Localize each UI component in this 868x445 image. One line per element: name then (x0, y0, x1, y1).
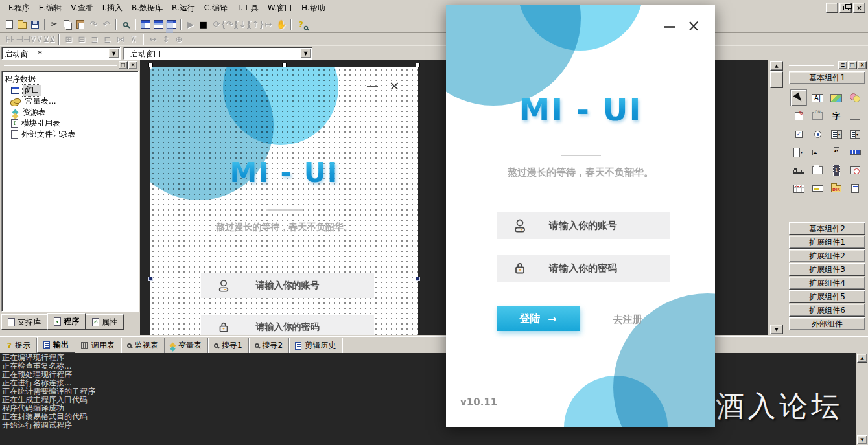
scroll-down-icon[interactable]: ▼ (857, 435, 867, 444)
tab-watch-table[interactable]: 监视表 (121, 338, 165, 353)
scroll-up-icon[interactable]: ▲ (770, 61, 783, 71)
checked-list-box-icon[interactable] (790, 144, 807, 161)
tab-search2[interactable]: 搜寻2 (249, 338, 290, 353)
run-icon[interactable]: ▶ (184, 19, 197, 30)
group-ext4-button[interactable]: 扩展组件4 (789, 277, 865, 290)
tab-hint[interactable]: ? 提示 (1, 338, 37, 353)
menu-database[interactable]: B.数据库 (127, 1, 167, 16)
form-designer-canvas[interactable]: × MI - UI 熬过漫长的等待，春天不负韶华。 请输入你的账号 请输入你的密… (150, 67, 418, 335)
group-ext3-button[interactable]: 扩展组件3 (789, 263, 865, 276)
menu-icon[interactable]: ≡ (838, 61, 847, 69)
button-icon[interactable] (847, 108, 863, 124)
group-box-icon[interactable] (809, 108, 826, 124)
cut-icon[interactable]: ✂ (48, 19, 61, 30)
same-height-icon[interactable]: ↕ (159, 34, 172, 45)
restore-icon[interactable] (839, 3, 852, 13)
group-basic2-button[interactable]: 基本组件2 (789, 222, 865, 235)
panel-titlebar[interactable]: ≡ □ × (786, 60, 868, 71)
align-center-h-icon[interactable]: ⊟ (75, 34, 88, 45)
radio-button-icon[interactable] (809, 126, 826, 143)
tree-item-window[interactable]: 窗口 (5, 85, 137, 96)
v-scrollbar-icon[interactable]: ▴▾ (828, 144, 845, 161)
stop-icon[interactable]: ■ (197, 19, 210, 30)
resize-handle[interactable] (282, 63, 287, 67)
menu-tools[interactable]: T.工具 (232, 1, 263, 16)
rich-edit-icon[interactable] (790, 108, 807, 124)
checkbox-icon[interactable]: ✓ (790, 126, 807, 143)
menu-help[interactable]: H.帮助 (297, 1, 330, 16)
tab-program[interactable]: ▾ 程序 (47, 313, 86, 330)
tree-item-resources[interactable]: 资源表 (5, 107, 137, 118)
view-code-icon[interactable] (119, 19, 132, 30)
maximize-icon[interactable]: □ (119, 61, 128, 69)
menu-insert[interactable]: I.插入 (98, 1, 127, 16)
scroll-thumb[interactable] (770, 71, 783, 88)
group-external-button[interactable]: 外部组件 (789, 317, 865, 330)
close-icon[interactable]: × (128, 61, 137, 69)
clock-icon[interactable] (847, 162, 863, 179)
tab-call-table[interactable]: 调用表 (75, 338, 121, 353)
window-layout-left-icon[interactable] (139, 19, 152, 30)
password-field[interactable]: 请输入你的密码 (497, 255, 670, 282)
member-selector-combo[interactable]: _启动窗口 ▼ (123, 47, 312, 60)
minimize-icon[interactable] (664, 26, 675, 28)
menu-program[interactable]: F.程序 (4, 1, 34, 16)
space-evenly-v-icon[interactable]: ⊼ (127, 34, 140, 45)
account-field[interactable]: 请输入你的账号 (497, 212, 670, 239)
minimize-icon[interactable] (367, 86, 378, 87)
tab-control-icon[interactable] (809, 162, 826, 179)
tree-item-modules[interactable]: ↧ 模块引用表 (5, 118, 137, 129)
window-layout-grid-icon[interactable] (165, 19, 178, 30)
redo-icon[interactable]: ↷ (87, 19, 100, 30)
tree-root[interactable]: 程序数据 (5, 74, 137, 85)
resize-handle[interactable] (416, 277, 420, 281)
menu-window[interactable]: W.窗口 (263, 1, 297, 16)
step-out-icon[interactable]: {↑} (249, 19, 262, 30)
h-scrollbar-icon[interactable]: ◂▸ (809, 144, 826, 161)
menu-view[interactable]: V.查看 (66, 1, 97, 16)
chevron-down-icon[interactable]: ▼ (108, 48, 119, 58)
password-field[interactable]: 请输入你的密码 (201, 315, 374, 335)
new-icon[interactable] (3, 19, 16, 30)
add-left-icon[interactable]: ⊦⊦ (4, 34, 17, 45)
progress-bar-icon[interactable] (847, 144, 863, 161)
window-selector-combo[interactable]: 启动窗口 * ▼ (1, 47, 121, 60)
edit-box-icon[interactable] (809, 180, 826, 197)
image-box-icon[interactable] (847, 89, 863, 106)
document-icon[interactable] (847, 180, 863, 197)
close-icon[interactable]: × (687, 18, 700, 34)
chevron-down-icon[interactable]: ▼ (300, 48, 311, 58)
register-link[interactable]: 去注册 (598, 314, 657, 326)
resize-handle[interactable] (148, 63, 153, 67)
month-calendar-icon[interactable] (790, 180, 807, 197)
tree-item-external-files[interactable]: 外部文件记录表 (5, 129, 137, 140)
save-icon[interactable] (29, 19, 41, 30)
list-box-icon[interactable] (847, 126, 863, 143)
align-bottom-icon[interactable]: ⊑ (101, 34, 114, 45)
app-logo-title[interactable]: MI - UI (150, 157, 418, 188)
paste-icon[interactable] (74, 19, 87, 30)
space-evenly-h-icon[interactable]: ⋈ (114, 34, 127, 45)
menu-run[interactable]: R.运行 (167, 1, 200, 16)
output-scrollbar[interactable]: ▲ ▼ (856, 353, 868, 445)
tab-output[interactable]: 输出 (37, 337, 75, 353)
pointer-icon[interactable] (790, 89, 807, 106)
align-top-icon[interactable]: ⊒ (88, 34, 101, 45)
scroll-down-icon[interactable]: ▼ (770, 325, 783, 334)
group-ext5-button[interactable]: 扩展组件5 (789, 290, 865, 303)
add-bottom-icon[interactable]: ⊻⊻ (43, 34, 56, 45)
maximize-icon[interactable]: □ (848, 61, 857, 69)
add-right-icon[interactable]: ⊣⊣ (17, 34, 30, 45)
add-top-icon[interactable]: ⊽⊽ (30, 34, 43, 45)
resize-handle[interactable] (416, 63, 420, 67)
group-ext1-button[interactable]: 扩展组件1 (789, 236, 865, 249)
static-text-icon[interactable]: 字 (828, 108, 845, 124)
tab-support-libs[interactable]: 支持库 (1, 314, 47, 330)
open-icon[interactable] (16, 19, 29, 30)
tab-search1[interactable]: 搜寻1 (208, 338, 249, 353)
panel-titlebar[interactable]: □ × (1, 60, 139, 71)
run-to-cursor-icon[interactable]: ↦ (262, 19, 275, 30)
combo-box-icon[interactable] (828, 126, 845, 143)
close-icon[interactable]: × (389, 79, 400, 92)
group-basic1-button[interactable]: 基本组件1 (789, 71, 865, 84)
